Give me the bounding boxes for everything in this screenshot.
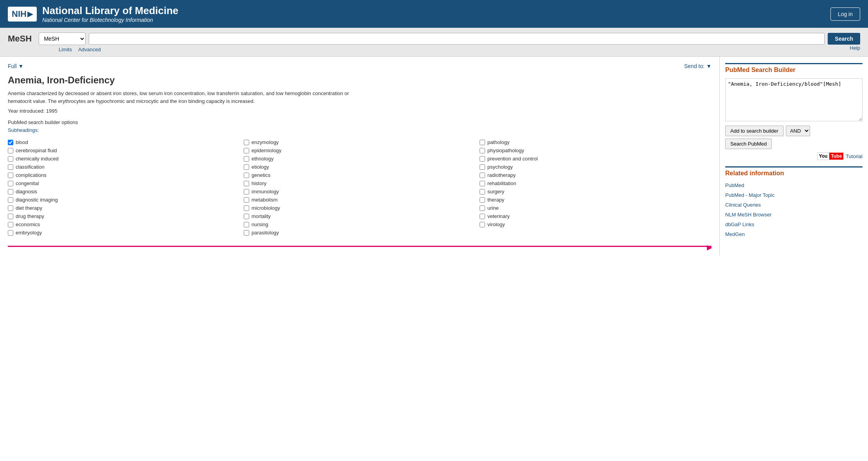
tutorial-link[interactable]: Tutorial [846, 153, 863, 159]
limits-link[interactable]: Limits [59, 47, 72, 52]
search-builder-textarea[interactable] [725, 78, 863, 121]
checkbox-label: psychology [487, 164, 513, 170]
pubmed-search-builder: PubMed Search Builder Add to search buil… [725, 63, 863, 160]
site-subtitle: National Center for Biotechnology Inform… [42, 17, 178, 23]
checkbox-surgery[interactable] [480, 189, 485, 194]
checkbox-item: cerebrospinal fluid [8, 148, 240, 153]
pubmed-search-builder-title: PubMed Search Builder [725, 63, 863, 75]
and-operator-select[interactable]: ANDORNOT [786, 126, 810, 136]
checkbox-prevention-and-control[interactable] [480, 156, 485, 162]
help-link[interactable]: Help [850, 45, 860, 54]
related-link-medgen[interactable]: MedGen [725, 231, 863, 237]
checkbox-complications[interactable] [8, 173, 13, 178]
checkbox-pathology[interactable] [480, 140, 485, 145]
send-to[interactable]: Send to: ▼ [684, 63, 712, 69]
checkbox-item: ethnology [244, 156, 476, 162]
checkbox-embryology[interactable] [8, 230, 13, 236]
checkboxes-grid: bloodenzymologypathologycerebrospinal fl… [8, 139, 712, 236]
related-link-clinical-queries[interactable]: Clinical Queries [725, 202, 863, 208]
checkbox-item: veterinary [480, 213, 712, 219]
checkbox-label: microbiology [252, 205, 280, 211]
checkbox-psychology[interactable] [480, 164, 485, 170]
checkbox-physiopathology[interactable] [480, 148, 485, 153]
content-area: Full ▼ Send to: ▼ Anemia, Iron-Deficienc… [0, 57, 719, 256]
search-input[interactable] [89, 33, 825, 45]
checkbox-item: chemically induced [8, 156, 240, 162]
youtube-badge[interactable]: You Tube [817, 152, 844, 160]
related-info-title: Related information [725, 166, 863, 178]
add-to-search-builder-button[interactable]: Add to search builder [725, 126, 784, 136]
checkbox-label: complications [16, 172, 47, 178]
checkbox-diagnosis[interactable] [8, 189, 13, 194]
subheadings-link[interactable]: Subheadings: [8, 127, 39, 133]
youtube-tube: Tube [829, 153, 843, 160]
checkbox-microbiology[interactable] [244, 205, 249, 211]
checkbox-congenital[interactable] [8, 181, 13, 186]
advanced-link[interactable]: Advanced [78, 47, 101, 52]
checkbox-diagnostic-imaging[interactable] [8, 197, 13, 203]
header-title: National Library of Medicine National Ce… [42, 5, 178, 23]
checkbox-item: prevention and control [480, 156, 712, 162]
checkbox-item: economics [8, 221, 240, 227]
search-links: Limits Advanced [8, 45, 101, 54]
search-pubmed-button[interactable]: Search PubMed [725, 139, 772, 149]
checkbox-chemically-induced[interactable] [8, 156, 13, 162]
checkbox-cerebrospinal-fluid[interactable] [8, 148, 13, 153]
checkbox-enzymology[interactable] [244, 140, 249, 145]
checkbox-item: complications [8, 172, 240, 178]
checkbox-label: embryology [16, 230, 42, 236]
checkbox-economics[interactable] [8, 222, 13, 227]
related-link-pubmed---major-topic[interactable]: PubMed - Major Topic [725, 192, 863, 198]
main-container: Full ▼ Send to: ▼ Anemia, Iron-Deficienc… [0, 57, 868, 256]
checkbox-blood[interactable] [8, 140, 13, 145]
search-select[interactable]: MeSH [39, 32, 86, 45]
checkbox-rehabilitation[interactable] [480, 181, 485, 186]
checkbox-label: genetics [252, 172, 270, 178]
related-link-pubmed[interactable]: PubMed [725, 182, 863, 188]
checkbox-item: parasitology [244, 230, 476, 236]
checkbox-metabolism[interactable] [244, 197, 249, 203]
related-link-nlm-mesh-browser[interactable]: NLM MeSH Browser [725, 212, 863, 218]
send-to-chevron-icon: ▼ [706, 63, 712, 69]
related-link-dbgap-links[interactable]: dbGaP Links [725, 221, 863, 227]
checkbox-genetics[interactable] [244, 173, 249, 178]
checkbox-history[interactable] [244, 181, 249, 186]
header: NIH ▶ National Library of Medicine Natio… [0, 0, 868, 28]
checkbox-epidemiology[interactable] [244, 148, 249, 153]
checkbox-immunology[interactable] [244, 189, 249, 194]
checkbox-classification[interactable] [8, 164, 13, 170]
checkbox-drug-therapy[interactable] [8, 214, 13, 219]
checkbox-label: therapy [487, 197, 504, 203]
full-dropdown[interactable]: Full ▼ [8, 63, 23, 69]
checkbox-label: metabolism [252, 197, 277, 203]
year-introduced: Year introduced: 1995 [8, 108, 712, 114]
checkbox-parasitology[interactable] [244, 230, 249, 236]
header-left: NIH ▶ National Library of Medicine Natio… [8, 5, 178, 23]
search-button[interactable]: Search [828, 33, 860, 45]
login-button[interactable]: Log in [830, 7, 860, 21]
checkbox-urine[interactable] [480, 205, 485, 211]
checkbox-item: diagnosis [8, 189, 240, 194]
search-area: MeSH MeSH Search Limits Advanced Help [0, 28, 868, 57]
checkbox-item: blood [8, 139, 240, 145]
checkbox-item: congenital [8, 180, 240, 186]
checkbox-label: blood [16, 139, 28, 145]
checkbox-label: virology [487, 221, 505, 227]
checkbox-veterinary[interactable] [480, 214, 485, 219]
checkbox-mortality[interactable] [244, 214, 249, 219]
checkbox-etiology[interactable] [244, 164, 249, 170]
checkbox-label: enzymology [252, 139, 279, 145]
checkbox-ethnology[interactable] [244, 156, 249, 162]
full-label: Full [8, 63, 17, 69]
checkbox-label: diagnosis [16, 189, 37, 194]
checkbox-nursing[interactable] [244, 222, 249, 227]
checkbox-label: chemically induced [16, 156, 59, 162]
checkbox-item: history [244, 180, 476, 186]
checkbox-item: drug therapy [8, 213, 240, 219]
checkbox-diet-therapy[interactable] [8, 205, 13, 211]
checkbox-virology[interactable] [480, 222, 485, 227]
checkbox-radiotherapy[interactable] [480, 173, 485, 178]
checkbox-label: radiotherapy [487, 172, 516, 178]
checkbox-therapy[interactable] [480, 197, 485, 203]
related-links: PubMedPubMed - Major TopicClinical Queri… [725, 182, 863, 237]
